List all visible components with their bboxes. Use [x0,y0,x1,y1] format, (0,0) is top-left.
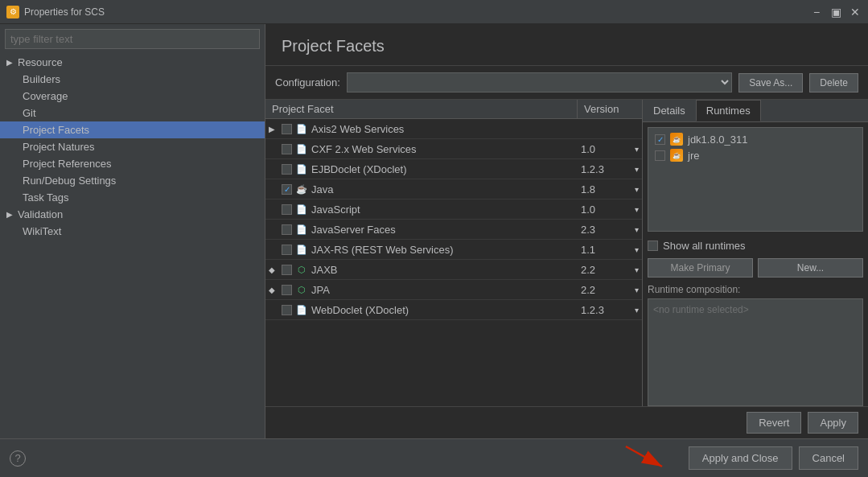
facet-checkbox[interactable] [282,204,292,215]
col-facet-name: Project Facet [265,100,578,118]
sidebar-item-resource[interactable]: ▶ Resource [0,54,265,71]
facet-version: 1.1 [581,244,595,256]
facet-checkbox[interactable] [282,224,292,235]
sidebar-item-builders[interactable]: Builders [0,71,265,88]
sidebar-item-label: Project Facets [23,124,89,136]
facet-type-icon: 📄 [295,162,308,175]
show-all-checkbox[interactable] [648,241,658,251]
tab-runtimes[interactable]: Runtimes [696,100,761,121]
col-facet-version: Version [578,100,642,118]
version-arrow-icon: ▾ [635,165,639,174]
sidebar-item-wikitext[interactable]: WikiText [0,223,265,240]
help-button[interactable]: ? [10,450,26,467]
facet-checkbox[interactable] [282,285,292,295]
sidebar-item-label: Run/Debug Settings [23,175,116,187]
facet-checkbox[interactable] [282,124,292,134]
facet-checkbox[interactable] [282,265,292,275]
facet-checkbox[interactable] [282,245,292,255]
filter-input[interactable] [5,29,260,49]
sidebar-item-run-debug[interactable]: Run/Debug Settings [0,172,265,189]
table-row[interactable]: ▶ 📄 WebDoclet (XDoclet) 1.2.3 ▾ [265,300,642,320]
sidebar-item-label: Task Tags [23,191,69,204]
sidebar-item-label: Git [23,107,36,119]
sidebar-item-project-facets[interactable]: Project Facets [0,121,265,138]
table-row[interactable]: ▶ 📄 EJBDoclet (XDoclet) 1.2.3 ▾ [265,159,642,179]
sidebar-item-project-references[interactable]: Project References [0,155,265,172]
sidebar-item-project-natures[interactable]: Project Natures [0,138,265,155]
version-arrow-icon: ▾ [635,185,639,194]
facet-version: 1.2.3 [581,163,604,175]
facet-name-cell: ▶ 📄 CXF 2.x Web Services [265,141,578,157]
config-label: Configuration: [275,76,340,88]
facet-name-cell: ▶ ☕ Java [265,181,578,197]
new-runtime-button[interactable]: New... [758,258,863,278]
facet-name-cell: ▶ 📄 JavaScript [265,201,578,217]
content-header: Project Facets [265,24,868,66]
sidebar-item-git[interactable]: Git [0,105,265,121]
table-row[interactable]: ▶ 📄 JavaScript 1.0 ▾ [265,199,642,220]
table-row[interactable]: ▶ 📄 JavaServer Faces 2.3 ▾ [265,220,642,240]
app-icon: ⚙ [6,6,19,19]
facet-version-cell: 1.0 ▾ [578,202,642,217]
table-row[interactable]: ▶ 📄 CXF 2.x Web Services 1.0 ▾ [265,139,642,159]
facet-version: 1.2.3 [581,304,604,316]
facet-version-cell: 1.2.3 ▾ [578,162,642,177]
facet-type-icon: 📄 [295,203,308,216]
facet-name: Axis2 Web Services [311,123,404,135]
list-item: ☕ jdk1.8.0_311 [652,131,859,147]
window-title: Properties for SCS [24,6,105,18]
version-arrow-icon: ▾ [635,306,639,315]
table-row[interactable]: ▶ 📄 JAX-RS (REST Web Services) 1.1 ▾ [265,240,642,260]
facet-checkbox[interactable] [282,144,292,154]
runtime-checkbox[interactable] [655,150,665,161]
delete-button[interactable]: Delete [809,73,858,93]
cancel-button[interactable]: Cancel [799,446,858,470]
sidebar-item-label: Builders [23,73,60,85]
facet-name: WebDoclet (XDoclet) [311,304,409,316]
expand-arrow-icon: ▶ [6,210,13,219]
facets-area: Project Facet Version ▶ 📄 Axis2 Web Serv… [265,100,868,406]
sidebar-item-validation[interactable]: ▶ Validation [0,206,265,223]
table-row[interactable]: ▶ ☕ Java 1.8 ▾ [265,179,642,199]
facet-type-icon: 📄 [295,122,308,135]
facet-name-cell: ◆ ⬡ JAXB [265,261,578,278]
facet-name-cell: ◆ ⬡ JPA [265,282,578,298]
sidebar-item-label: Resource [18,56,63,68]
close-button[interactable]: ✕ [849,6,862,19]
sidebar-item-label: WikiText [23,225,61,237]
config-select[interactable] [347,72,732,93]
facet-checkbox[interactable] [282,184,292,195]
facet-name: Java [311,183,333,195]
tab-details[interactable]: Details [643,100,696,121]
page-title: Project Facets [282,37,852,56]
facet-checkbox[interactable] [282,305,292,315]
expand-arrow-icon: ▶ [6,58,13,67]
save-as-button[interactable]: Save As... [738,73,803,93]
config-row: Configuration: Save As... Delete [265,66,868,100]
facet-type-icon: ☕ [295,183,308,195]
apply-close-button[interactable]: Apply and Close [689,446,792,470]
table-row[interactable]: ▶ 📄 Axis2 Web Services [265,119,642,139]
facet-checkbox[interactable] [282,164,292,175]
minimize-button[interactable]: − [810,6,823,19]
revert-button[interactable]: Revert [747,412,801,434]
runtime-checkbox[interactable] [655,134,665,145]
make-primary-button[interactable]: Make Primary [648,258,753,278]
facet-type-icon: 📄 [295,303,308,316]
runtimes-tabs: Details Runtimes [643,100,868,122]
sidebar-item-coverage[interactable]: Coverage [0,88,265,105]
list-item: ☕ jre [652,147,859,163]
apply-button[interactable]: Apply [808,412,858,434]
runtime-buttons: Make Primary New... [643,255,868,281]
table-row[interactable]: ◆ ⬡ JPA 2.2 ▾ [265,280,642,300]
facet-version: 1.0 [581,204,595,216]
table-row[interactable]: ◆ ⬡ JAXB 2.2 ▾ [265,260,642,280]
version-arrow-icon: ▾ [635,145,639,154]
runtime-composition-box: <no runtime selected> [648,298,863,406]
sidebar-item-task-tags[interactable]: Task Tags [0,189,265,206]
facet-name: JavaScript [311,204,360,216]
facet-version-cell: 1.8 ▾ [578,182,642,197]
sidebar-item-label: Coverage [23,90,68,102]
maximize-button[interactable]: ▣ [829,6,842,19]
runtimes-panel: Details Runtimes ☕ jdk1.8.0_311 ☕ jre [643,100,868,406]
